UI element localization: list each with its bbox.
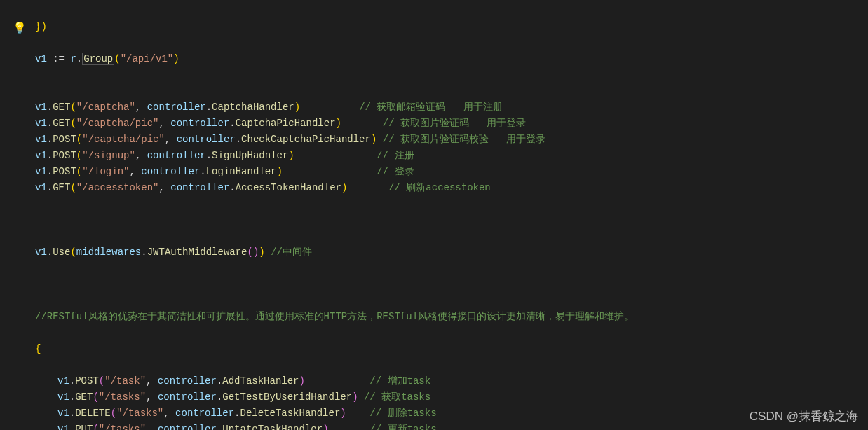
code-line: v1.GET("/tasks", controller.GetTestByUse…: [7, 389, 868, 405]
code-line: v1.POST("/signup", controller.SignUpHadn…: [7, 148, 868, 164]
code-line: //RESTful风格的优势在于其简洁性和可扩展性。通过使用标准的HTTP方法，…: [7, 309, 868, 325]
code-line: v1.Use(middlewares.JWTAuthMiddleware()) …: [7, 244, 868, 261]
code-line: v1.GET("/accesstoken", controller.Access…: [7, 180, 868, 196]
code-line: v1.GET("/captcha/pic", controller.Captch…: [7, 116, 868, 132]
code-line: v1 := r.Group("/api/v1"): [7, 51, 868, 67]
code-editor[interactable]: }) v1 := r.Group("/api/v1") v1.GET("/cap…: [0, 0, 868, 430]
code-line: v1.GET("/captcha", controller.CaptchaHan…: [7, 99, 868, 116]
code-line: v1.POST("/login", controller.LoginHandle…: [7, 164, 868, 180]
code-line: v1.POST("/captcha/pic", controller.Check…: [7, 132, 868, 148]
lightbulb-icon[interactable]: 💡: [13, 21, 27, 37]
code-line: v1.POST("/task", controller.AddTaskHanle…: [7, 373, 868, 389]
code-line: {: [7, 341, 868, 357]
code-line: v1.DELETE("/tasks", controller.DeleteTas…: [7, 405, 868, 422]
watermark: CSDN @抹香鲸之海: [750, 408, 858, 424]
code-line: v1.PUT("/tasks", controller.UptateTaskHa…: [7, 422, 868, 430]
code-line: }): [7, 19, 868, 35]
